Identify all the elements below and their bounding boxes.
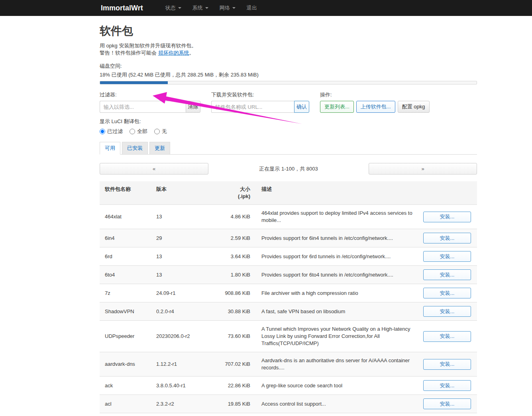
warning-suffix: 。	[189, 50, 194, 56]
radio-filtered[interactable]	[100, 129, 105, 134]
warning-text: 警告！软件包操作可能会 损坏你的系统。	[100, 49, 477, 56]
package-description: A fast, safe VPN based on libsodium	[250, 302, 423, 321]
chevron-down-icon	[178, 7, 181, 9]
chevron-down-icon	[232, 7, 236, 9]
controls-row: 过滤器: 清除 下载并安装软件包: 确认 操作: 更新列表... 上传软件包..…	[100, 91, 477, 113]
nav-menu: 状态 系统 网络 退出	[160, 0, 263, 16]
next-page-button[interactable]: »	[369, 163, 477, 175]
package-tabs: 可用已安装更新	[100, 142, 477, 155]
disk-space-label: 磁盘空间:	[100, 63, 477, 70]
translation-option-filtered[interactable]: 已过滤	[100, 128, 123, 135]
header-description: 描述	[250, 181, 423, 205]
nav-item-status[interactable]: 状态	[160, 0, 187, 16]
translation-option-none[interactable]: 无	[154, 128, 167, 135]
table-row: 6in4 29 2.59 KiB Provides support for 6i…	[100, 229, 477, 247]
package-version: 24.09-r1	[156, 284, 209, 302]
translations-options: 已过滤全部无	[100, 128, 477, 135]
install-button[interactable]: 安装...	[423, 331, 471, 342]
install-button[interactable]: 安装...	[423, 306, 471, 317]
table-row: UDPspeeder 20230206.0-r2 73.60 KiB A Tun…	[100, 321, 477, 352]
package-version: 2.3.2-r2	[156, 395, 209, 413]
disk-usage-progress-fill	[100, 81, 168, 84]
configure-opkg-button[interactable]: 配置 opkg	[398, 101, 430, 113]
package-name: ack	[100, 377, 156, 395]
package-version: 13	[156, 205, 209, 229]
filter-input[interactable]	[100, 101, 186, 113]
radio-all[interactable]	[130, 129, 135, 134]
nav-item-label: 网络	[220, 4, 230, 12]
package-description: Access control list support...	[250, 395, 423, 413]
install-button[interactable]: 安装...	[423, 251, 471, 262]
package-size: 19.85 KiB	[209, 395, 250, 413]
update-lists-button[interactable]: 更新列表...	[320, 101, 354, 113]
warning-prefix: 警告！软件包操作可能会	[100, 50, 158, 56]
nav-item-logout[interactable]: 退出	[241, 0, 263, 16]
prev-page-button[interactable]: «	[100, 163, 208, 175]
install-button[interactable]: 安装...	[423, 269, 471, 280]
package-description: A grep-like source code search tool	[250, 377, 423, 395]
page-title: 软件包	[100, 24, 477, 39]
translation-option-all[interactable]: 全部	[130, 128, 147, 135]
install-button[interactable]: 安装...	[423, 359, 471, 370]
table-row: 7z 24.09-r1 908.86 KiB File archiver wit…	[100, 284, 477, 302]
package-name: 6rd	[100, 247, 156, 266]
table-row: ack 3.8.0.5.40-r1 22.86 KiB A grep-like …	[100, 377, 477, 395]
actions-section: 操作: 更新列表... 上传软件包... 配置 opkg	[320, 91, 432, 113]
disk-usage-text: 18% 已使用 (52.42 MiB 已使用，总共 288.25 MiB，剩余 …	[100, 71, 477, 78]
install-button[interactable]: 安装...	[423, 212, 471, 222]
table-row: aardvark-dns 1.12.2-r1 707.02 KiB Aardva…	[100, 352, 477, 377]
radio-label: 已过滤	[107, 128, 123, 135]
package-description: File archiver with a high compression ra…	[250, 284, 423, 302]
translations-section: 显示 LuCI 翻译包: 已过滤全部无	[100, 118, 477, 135]
confirm-button[interactable]: 确认	[294, 101, 309, 113]
filter-section: 过滤器: 清除	[100, 91, 200, 113]
filter-label: 过滤器:	[100, 91, 200, 98]
nav-item-system[interactable]: 系统	[187, 0, 214, 16]
table-row: ShadowVPN 0.2.0-r4 30.88 KiB A fast, saf…	[100, 302, 477, 321]
package-description: A Tunnel which Improves your Network Qua…	[250, 321, 423, 352]
table-row: 6rd 13 3.64 KiB Provides support for 6rd…	[100, 247, 477, 266]
package-version: 29	[156, 229, 209, 247]
table-row: acl 2.3.2-r2 19.85 KiB Access control li…	[100, 395, 477, 413]
package-version: 1.12.2-r1	[156, 352, 209, 377]
tab-available[interactable]: 可用	[100, 142, 120, 155]
nav-item-label: 系统	[192, 4, 203, 12]
package-name: 6in4	[100, 229, 156, 247]
package-name: ShadowVPN	[100, 302, 156, 321]
header-package-name: 软件包名称	[100, 181, 156, 205]
table-row: 6to4 13 1.80 KiB Provides support for 6t…	[100, 266, 477, 284]
nav-item-label: 状态	[165, 4, 176, 12]
radio-label: 无	[162, 128, 167, 135]
clear-filter-button[interactable]: 清除	[186, 101, 200, 113]
chevron-down-icon	[205, 7, 208, 9]
package-name: 7z	[100, 284, 156, 302]
header-version: 版本	[156, 181, 209, 205]
nav-item-label: 退出	[247, 4, 257, 12]
upload-package-button[interactable]: 上传软件包...	[356, 101, 395, 113]
tab-installed[interactable]: 已安装	[122, 142, 148, 155]
brand-logo[interactable]: ImmortalWrt	[101, 4, 143, 12]
header-actions	[423, 181, 477, 205]
package-name: acl	[100, 395, 156, 413]
tab-updates[interactable]: 更新	[149, 142, 170, 155]
install-button[interactable]: 安装...	[423, 398, 471, 409]
main-content: 软件包 用 opkg 安装附加软件并升级现有软件包。 警告！软件包操作可能会 损…	[100, 24, 477, 416]
package-size: 1.80 KiB	[209, 266, 250, 284]
package-version: 0.2.0-r4	[156, 302, 209, 321]
package-version: 3.8.0.5.40-r1	[156, 377, 209, 395]
package-name: 464xlat	[100, 205, 156, 229]
package-description: Provides support for 6to4 tunnels in /et…	[250, 266, 423, 284]
install-button[interactable]: 安装...	[423, 288, 471, 298]
package-url-input[interactable]	[211, 101, 294, 113]
download-label: 下载并安装软件包:	[211, 91, 309, 98]
package-size: 4.86 KiB	[209, 205, 250, 229]
package-size: 30.88 KiB	[209, 302, 250, 321]
install-button[interactable]: 安装...	[423, 380, 471, 391]
navbar: ImmortalWrt 状态 系统 网络 退出	[0, 0, 532, 16]
damage-system-link[interactable]: 损坏你的系统	[158, 50, 189, 56]
package-description: Provides support for 6rd tunnels in /etc…	[250, 247, 423, 266]
radio-none[interactable]	[154, 129, 160, 134]
install-button[interactable]: 安装...	[423, 233, 471, 243]
package-size: 840 B	[209, 413, 250, 416]
nav-item-network[interactable]: 网络	[214, 0, 241, 16]
